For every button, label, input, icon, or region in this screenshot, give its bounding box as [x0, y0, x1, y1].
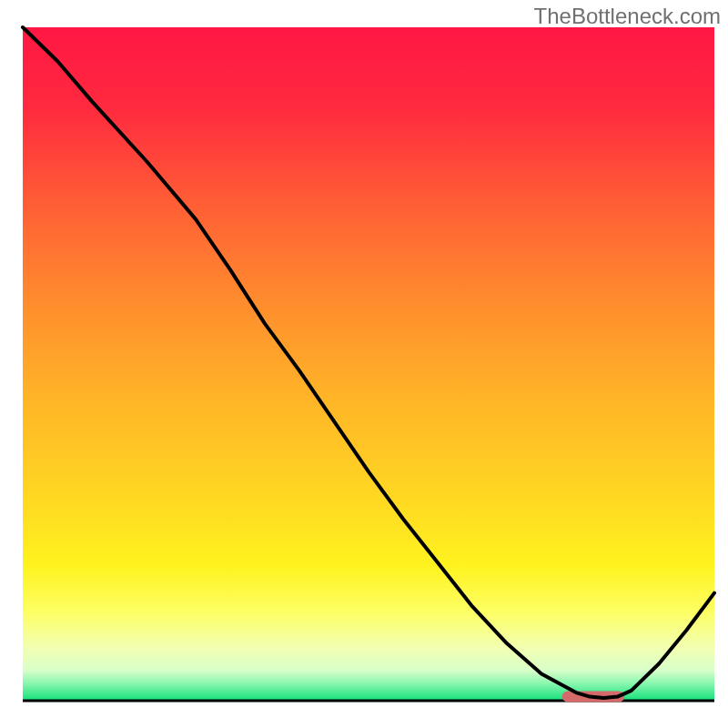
chart-canvas: TheBottleneck.com — [0, 0, 728, 728]
bottleneck-chart — [0, 0, 728, 728]
gradient-background — [23, 27, 714, 701]
